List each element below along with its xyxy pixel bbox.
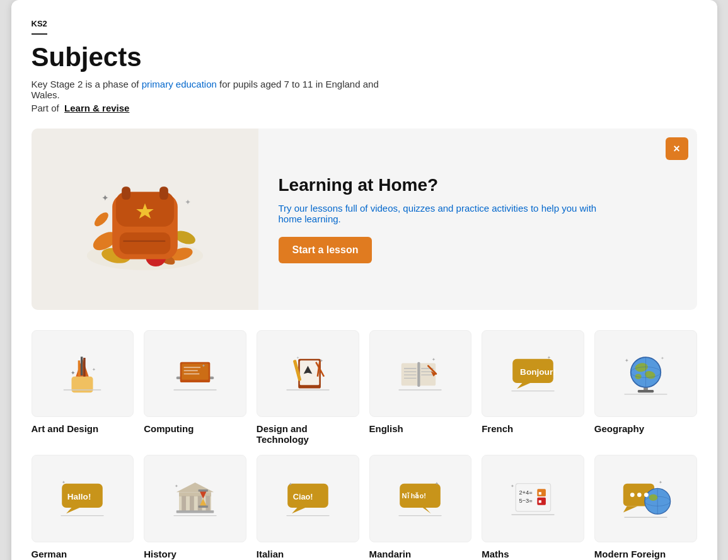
page-title: Subjects bbox=[32, 42, 697, 72]
svg-rect-82 bbox=[190, 496, 194, 511]
french-icon-box: Bonjour! ✦ bbox=[482, 330, 584, 417]
mfl-icon-box: ✦ bbox=[594, 455, 697, 542]
french-label: French bbox=[482, 423, 513, 434]
svg-text:✦: ✦ bbox=[296, 355, 299, 359]
subject-card-geography[interactable]: ✦ ✦ Geography bbox=[594, 330, 697, 445]
svg-rect-11 bbox=[119, 232, 170, 254]
svg-text:Nǐ hǎo!: Nǐ hǎo! bbox=[402, 492, 426, 500]
mandarin-label: Mandarin bbox=[369, 549, 412, 559]
svg-rect-43 bbox=[402, 363, 419, 386]
banner-title: Learning at Home? bbox=[279, 175, 619, 195]
learn-revise-link[interactable]: Learn & revise bbox=[64, 103, 129, 113]
svg-point-117 bbox=[649, 494, 657, 501]
primary-education-link[interactable]: primary education bbox=[142, 79, 217, 89]
svg-rect-20 bbox=[78, 360, 80, 377]
svg-rect-63 bbox=[637, 390, 654, 392]
banner-image: ✦ ✦ bbox=[32, 129, 258, 310]
svg-rect-14 bbox=[159, 186, 168, 200]
svg-text:✦: ✦ bbox=[659, 480, 662, 484]
svg-text:✦: ✦ bbox=[661, 356, 664, 360]
svg-point-119 bbox=[630, 493, 635, 497]
svg-rect-89 bbox=[199, 489, 208, 491]
subject-card-computing[interactable]: ✦ Computing bbox=[144, 330, 246, 445]
maths-icon-box: 2+4= ■ 5−3= ■ ✦ bbox=[482, 455, 584, 542]
geography-icon-box: ✦ ✦ bbox=[594, 330, 697, 417]
mandarin-icon-box: Nǐ hǎo! ✦ bbox=[369, 455, 472, 542]
svg-rect-45 bbox=[418, 362, 420, 386]
svg-rect-86 bbox=[176, 510, 214, 513]
svg-text:Bonjour!: Bonjour! bbox=[520, 367, 556, 377]
svg-text:5−3=: 5−3= bbox=[519, 498, 532, 504]
svg-text:✦: ✦ bbox=[185, 198, 191, 206]
svg-point-120 bbox=[637, 493, 642, 497]
svg-text:✦: ✦ bbox=[511, 484, 514, 488]
mandarin-icon: Nǐ hǎo! ✦ bbox=[393, 472, 447, 525]
banner-description: Try our lessons full of videos, quizzes … bbox=[279, 203, 619, 224]
svg-rect-90 bbox=[199, 505, 208, 507]
svg-marker-75 bbox=[66, 508, 79, 513]
svg-text:Hallo!: Hallo! bbox=[67, 492, 91, 501]
english-icon: ✦ bbox=[393, 347, 447, 401]
svg-text:Ciao!: Ciao! bbox=[292, 492, 313, 501]
design-tech-icon: ✦ ✦ bbox=[281, 347, 335, 401]
backpack-illustration: ✦ ✦ bbox=[54, 147, 236, 292]
svg-text:✦: ✦ bbox=[432, 357, 436, 362]
close-banner-button[interactable]: × bbox=[666, 137, 688, 160]
italian-icon-box: Ciao! ✦ bbox=[257, 455, 359, 542]
design-tech-icon-box: ✦ ✦ bbox=[257, 330, 359, 417]
svg-text:2+4=: 2+4= bbox=[519, 489, 532, 496]
art-icon: ✦ ✦ bbox=[55, 347, 109, 401]
svg-text:✦: ✦ bbox=[624, 357, 628, 363]
svg-point-17 bbox=[92, 210, 110, 228]
german-icon: Hallo! ✦ bbox=[55, 472, 109, 525]
svg-marker-99 bbox=[423, 508, 431, 513]
svg-text:✦: ✦ bbox=[62, 480, 66, 484]
subject-card-english[interactable]: ✦ English bbox=[369, 330, 472, 445]
svg-rect-22 bbox=[81, 357, 83, 375]
art-label: Art and Design bbox=[32, 423, 99, 434]
svg-point-121 bbox=[644, 493, 649, 497]
subjects-grid: ✦ ✦ Art and Design bbox=[32, 330, 697, 560]
start-lesson-button[interactable]: Start a lesson bbox=[279, 237, 373, 263]
history-icon: ✦ bbox=[168, 472, 222, 525]
svg-text:✦: ✦ bbox=[436, 481, 439, 486]
subject-card-history[interactable]: ✦ History bbox=[144, 455, 246, 560]
banner-content: Learning at Home? Try our lessons full o… bbox=[258, 129, 639, 310]
subject-card-french[interactable]: Bonjour! ✦ French bbox=[482, 330, 584, 445]
svg-rect-13 bbox=[122, 186, 130, 200]
history-icon-box: ✦ bbox=[144, 455, 246, 542]
svg-text:✦: ✦ bbox=[320, 358, 323, 362]
subject-card-german[interactable]: Hallo! ✦ German bbox=[32, 455, 134, 560]
german-label: German bbox=[32, 549, 67, 559]
english-label: English bbox=[369, 423, 403, 434]
svg-rect-84 bbox=[205, 496, 210, 511]
svg-marker-94 bbox=[292, 508, 305, 513]
subject-card-art[interactable]: ✦ ✦ Art and Design bbox=[32, 330, 134, 445]
svg-marker-85 bbox=[176, 483, 214, 492]
svg-text:✦: ✦ bbox=[547, 355, 551, 359]
maths-icon: 2+4= ■ 5−3= ■ ✦ bbox=[506, 472, 560, 525]
italian-icon: Ciao! ✦ bbox=[281, 472, 335, 525]
svg-text:✦: ✦ bbox=[202, 363, 205, 368]
page-container: KS2 Subjects Key Stage 2 is a phase of p… bbox=[11, 0, 717, 560]
svg-rect-80 bbox=[179, 492, 211, 496]
svg-text:✦: ✦ bbox=[175, 484, 178, 488]
svg-rect-81 bbox=[182, 496, 186, 511]
part-of-text: Part of Learn & revise bbox=[32, 103, 697, 113]
french-icon: Bonjour! ✦ bbox=[506, 347, 560, 401]
svg-text:■: ■ bbox=[538, 489, 541, 496]
geography-label: Geography bbox=[594, 423, 644, 434]
subject-card-mfl[interactable]: ✦ Modern Foreign Languages bbox=[594, 455, 697, 560]
svg-text:✦: ✦ bbox=[289, 482, 292, 486]
subject-card-design-tech[interactable]: ✦ ✦ Design and Technology bbox=[257, 330, 359, 445]
computing-icon-box: ✦ bbox=[144, 330, 246, 417]
subject-card-maths[interactable]: 2+4= ■ 5−3= ■ ✦ Maths bbox=[482, 455, 584, 560]
german-icon-box: Hallo! ✦ bbox=[32, 455, 134, 542]
svg-rect-21 bbox=[84, 358, 86, 377]
svg-marker-58 bbox=[517, 383, 530, 389]
subject-card-mandarin[interactable]: Nǐ hǎo! ✦ Mandarin bbox=[369, 455, 472, 560]
subject-card-italian[interactable]: Ciao! ✦ Italian bbox=[257, 455, 359, 560]
computing-icon: ✦ bbox=[168, 347, 222, 401]
ks-label: KS2 bbox=[32, 19, 47, 35]
svg-text:■: ■ bbox=[538, 498, 541, 505]
